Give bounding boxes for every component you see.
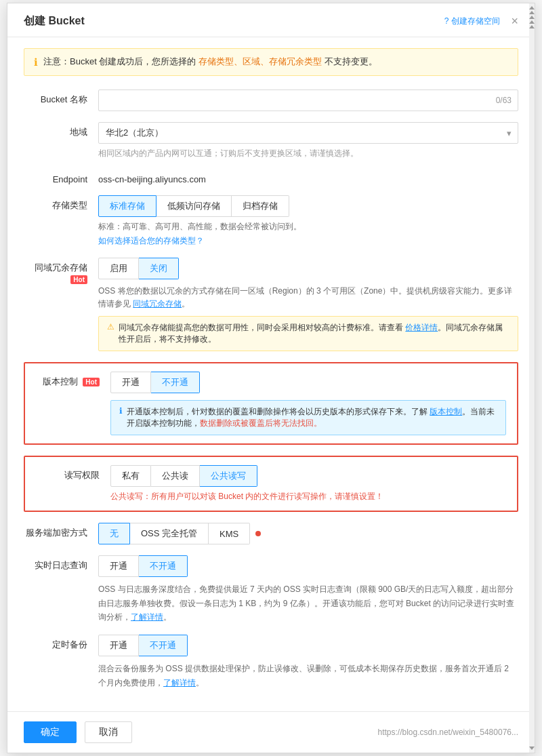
storage-type-label: 存储类型 — [24, 195, 98, 212]
dialog-title: 创建 Bucket — [24, 14, 85, 28]
access-row: 读写权限 私有 公共读 公共读写 公共读写：所有用户可以对该 Bucket 内的… — [36, 465, 506, 502]
scroll-up-arrow5[interactable] — [529, 25, 535, 28]
notice-icon: ℹ — [34, 56, 38, 68]
endpoint-content: oss-cn-beijing.aliyuncs.com — [98, 170, 518, 184]
realtime-log-label: 实时日志查询 — [24, 555, 98, 572]
scroll-down-arrow[interactable] — [529, 747, 535, 750]
storage-archive-btn[interactable]: 归档存储 — [232, 195, 289, 217]
bucket-name-input-wrapper: 0/63 — [98, 89, 518, 111]
dialog-header: 创建 Bucket ? 创建存储空间 × — [7, 3, 535, 37]
storage-type-btn-group: 标准存储 低频访问存储 归档存储 — [98, 195, 518, 217]
region-hint: 相同区域内的产品内网可以互通；订购后不支持更换区域，请谨慎选择。 — [98, 148, 518, 159]
redundancy-hot-badge: Hot — [70, 275, 87, 284]
region-label: 地域 — [24, 122, 98, 138]
warning-icon: ⚠ — [107, 322, 114, 332]
footer-link: https://blog.csdn.net/weixin_5480076... — [378, 728, 518, 737]
access-section-box: 读写权限 私有 公共读 公共读写 公共读写：所有用户可以对该 Bucket 内的… — [24, 456, 518, 512]
scroll-up-arrow[interactable] — [529, 6, 535, 9]
info-icon: ℹ — [119, 406, 123, 416]
encryption-none-btn[interactable]: 无 — [98, 523, 130, 544]
version-link[interactable]: 版本控制 — [430, 407, 462, 416]
access-btn-group: 私有 公共读 公共读写 — [110, 465, 506, 487]
encryption-group-wrapper: 无 OSS 完全托管 KMS — [98, 523, 518, 544]
storage-standard-btn[interactable]: 标准存储 — [98, 195, 157, 217]
dialog-body: ℹ 注意：Bucket 创建成功后，您所选择的 存储类型、区域、存储冗余类型 不… — [7, 37, 535, 711]
encryption-label: 服务端加密方式 — [24, 523, 98, 539]
realtime-log-row: 实时日志查询 开通 不开通 OSS 与日志服务深度结合，免费提供最近 7 天内的… — [24, 555, 518, 624]
backup-desc: 混合云备份服务为 OSS 提供数据处理保护，防止误修改、误删除，可低成本长期保存… — [98, 662, 518, 690]
redundancy-warning-text: 同域冗余存储能提高您的数据可用性，同时会采用相对较高的计费标准。请查看 价格详情… — [119, 322, 509, 345]
backup-label: 定时备份 — [24, 635, 98, 651]
price-link[interactable]: 价格详情 — [405, 323, 438, 332]
access-public-read-btn[interactable]: 公共读 — [151, 465, 200, 487]
version-disable-btn[interactable]: 不开通 — [151, 372, 200, 393]
access-content: 私有 公共读 公共读写 公共读写：所有用户可以对该 Bucket 内的文件进行读… — [110, 465, 506, 502]
version-enable-btn[interactable]: 开通 — [110, 372, 151, 393]
confirm-button[interactable]: 确定 — [24, 721, 77, 743]
endpoint-value: oss-cn-beijing.aliyuncs.com — [98, 170, 518, 184]
scroll-up-arrow2[interactable] — [529, 11, 535, 14]
region-row: 地域 华北2（北京） ▾ 相同区域内的产品内网可以互通；订购后不支持更换区域，请… — [24, 122, 518, 159]
help-icon: ? — [444, 16, 449, 26]
storage-type-content: 标准存储 低频访问存储 归档存储 标准：高可靠、高可用、高性能，数据会经常被访问… — [98, 195, 518, 247]
realtime-btn-group: 开通 不开通 — [98, 555, 518, 577]
backup-row: 定时备份 开通 不开通 混合云备份服务为 OSS 提供数据处理保护，防止误修改、… — [24, 635, 518, 690]
notice-text: 注意：Bucket 创建成功后，您所选择的 存储类型、区域、存储冗余类型 不支持… — [43, 56, 377, 68]
encryption-content: 无 OSS 完全托管 KMS — [98, 523, 518, 544]
encryption-kms-btn[interactable]: KMS — [209, 523, 250, 544]
encryption-red-dot — [255, 531, 261, 536]
footer-buttons: 确定 取消 — [24, 721, 132, 743]
scroll-up-arrow4[interactable] — [529, 20, 535, 24]
encryption-row: 服务端加密方式 无 OSS 完全托管 KMS — [24, 523, 518, 544]
bucket-name-row: Bucket 名称 0/63 — [24, 89, 518, 111]
redundancy-btn-group: 启用 关闭 — [98, 258, 518, 279]
realtime-enable-btn[interactable]: 开通 — [98, 555, 139, 577]
create-bucket-dialog: 创建 Bucket ? 创建存储空间 × ℹ 注意：Bucket 创建成功后，您… — [7, 3, 535, 753]
scrollbar[interactable] — [529, 3, 535, 753]
cancel-button[interactable]: 取消 — [85, 721, 132, 743]
encryption-oss-btn[interactable]: OSS 完全托管 — [130, 523, 209, 544]
redundancy-content: 启用 关闭 OSS 将您的数据以冗余的方式存储在同一区域（Region）的 3 … — [98, 258, 518, 351]
access-public-rw-btn[interactable]: 公共读写 — [200, 465, 257, 487]
redundancy-disable-btn[interactable]: 关闭 — [139, 258, 179, 279]
access-warning: 公共读写：所有用户可以对该 Bucket 内的文件进行读写操作，请谨慎设置！ — [110, 491, 506, 502]
header-right: ? 创建存储空间 × — [444, 15, 518, 27]
redundancy-label: 同域冗余存储 Hot — [24, 258, 98, 284]
version-label: 版本控制 Hot — [36, 372, 110, 388]
region-select-wrapper: 华北2（北京） ▾ — [98, 122, 518, 144]
redundancy-row: 同域冗余存储 Hot 启用 关闭 OSS 将您的数据以冗余的方式存储在同一区域（… — [24, 258, 518, 351]
backup-content: 开通 不开通 混合云备份服务为 OSS 提供数据处理保护，防止误修改、误删除，可… — [98, 635, 518, 690]
backup-disable-btn[interactable]: 不开通 — [139, 635, 188, 656]
realtime-log-content: 开通 不开通 OSS 与日志服务深度结合，免费提供最近 7 天内的 OSS 实时… — [98, 555, 518, 624]
redundancy-desc: OSS 将您的数据以冗余的方式存储在同一区域（Region）的 3 个可用区（Z… — [98, 285, 518, 311]
realtime-desc: OSS 与日志服务深度结合，免费提供最近 7 天内的 OSS 实时日志查询（限额… — [98, 582, 518, 624]
access-private-btn[interactable]: 私有 — [110, 465, 151, 487]
storage-type-row: 存储类型 标准存储 低频访问存储 归档存储 标准：高可靠、高可用、高性能，数据会… — [24, 195, 518, 247]
bucket-name-input[interactable] — [98, 89, 518, 111]
version-hot-badge: Hot — [83, 378, 100, 386]
version-row: 版本控制 Hot 开通 不开通 ℹ 开通版本控制后，针对数据的覆盖和删除操作将会… — [36, 372, 506, 435]
storage-lowfreq-btn[interactable]: 低频访问存储 — [157, 195, 232, 217]
version-btn-group: 开通 不开通 — [110, 372, 506, 393]
endpoint-label: Endpoint — [24, 170, 98, 184]
version-info-box: ℹ 开通版本控制后，针对数据的覆盖和删除操作将会以历史版本的形式保存下来。了解 … — [110, 400, 506, 435]
bucket-name-content: 0/63 — [98, 89, 518, 111]
region-content: 华北2（北京） ▾ 相同区域内的产品内网可以互通；订购后不支持更换区域，请谨慎选… — [98, 122, 518, 159]
redundancy-warning-box: ⚠ 同域冗余存储能提高您的数据可用性，同时会采用相对较高的计费标准。请查看 价格… — [98, 316, 518, 351]
version-section-box: 版本控制 Hot 开通 不开通 ℹ 开通版本控制后，针对数据的覆盖和删除操作将会… — [24, 362, 518, 445]
backup-enable-btn[interactable]: 开通 — [98, 635, 139, 656]
backup-link[interactable]: 了解详情 — [163, 678, 196, 688]
scroll-up-arrow3[interactable] — [529, 16, 535, 19]
redundancy-enable-btn[interactable]: 启用 — [98, 258, 139, 279]
help-link[interactable]: ? 创建存储空间 — [444, 16, 501, 27]
realtime-link[interactable]: 了解详情 — [131, 612, 163, 622]
region-select[interactable]: 华北2（北京） — [98, 122, 518, 144]
version-info-text: 开通版本控制后，针对数据的覆盖和删除操作将会以历史版本的形式保存下来。了解 版本… — [127, 406, 497, 429]
encryption-btn-group: 无 OSS 完全托管 KMS — [98, 523, 250, 544]
storage-link[interactable]: 如何选择适合您的存储类型？ — [98, 235, 518, 247]
close-button[interactable]: × — [511, 15, 518, 27]
realtime-disable-btn[interactable]: 不开通 — [139, 555, 188, 577]
version-content: 开通 不开通 ℹ 开通版本控制后，针对数据的覆盖和删除操作将会以历史版本的形式保… — [110, 372, 506, 435]
bucket-name-count: 0/63 — [496, 96, 512, 105]
redundancy-link[interactable]: 同域冗余存储 — [133, 299, 182, 309]
